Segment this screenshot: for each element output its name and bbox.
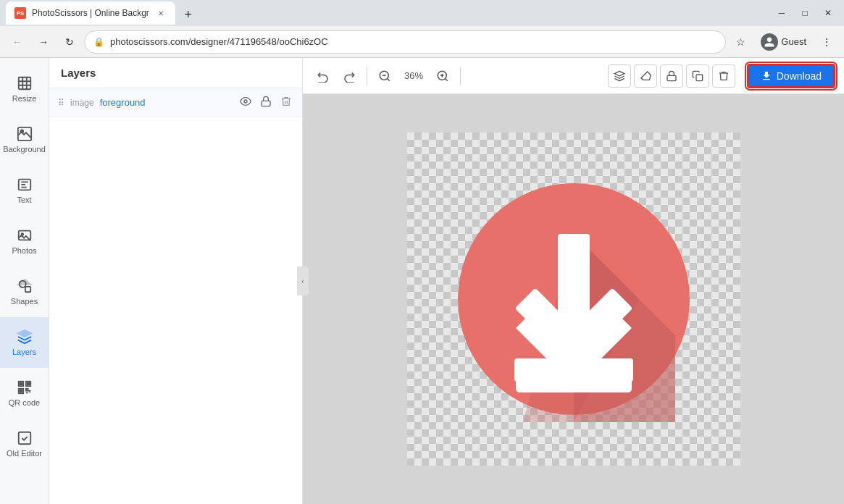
old-editor-icon [17,430,33,446]
browser-tab-active[interactable]: PS PhotoScissors | Online Backgr ✕ [6,1,175,25]
close-button[interactable]: ✕ [818,3,838,23]
zoom-in-button[interactable] [431,64,454,88]
text-icon [17,177,33,193]
canvas-image [407,133,740,466]
sidebar-icons: Resize Background Text [0,58,49,504]
svg-rect-15 [18,432,30,445]
toolbar-divider-2 [460,67,461,85]
sidebar-label-layers: Layers [12,348,36,356]
delete-layer-button[interactable] [712,64,735,88]
sidebar-label-photos: Photos [12,246,36,255]
resize-icon [17,75,33,91]
profile-button[interactable]: Guest [755,30,812,54]
eraser-button[interactable] [634,64,657,88]
photos-icon [17,227,33,243]
canvas-checkerboard [407,133,740,466]
sidebar-label-resize: Resize [12,94,37,103]
redo-button[interactable] [338,64,361,88]
layer-delete-button[interactable] [279,94,293,111]
zoom-out-button[interactable] [373,64,396,88]
duplicate-button[interactable] [686,64,709,88]
zoom-level: 36% [399,70,428,81]
layers-panel: Layers ⠿ image foreground [49,58,303,504]
download-button[interactable]: Download [747,64,835,88]
svg-rect-36 [516,368,632,392]
tab-close-button[interactable]: ✕ [155,7,167,19]
profile-name: Guest [781,36,806,47]
reload-button[interactable]: ↻ [58,30,81,54]
download-label: Download [777,70,822,82]
layer-type: image [70,98,94,108]
layer-visibility-button[interactable] [238,94,253,111]
tabs-bar: PS PhotoScissors | Online Backgr ✕ + [6,1,386,25]
canvas-toolbar: 36% [303,58,844,94]
layers-stack-button[interactable] [608,64,631,88]
back-button[interactable]: ← [6,30,29,54]
svg-point-16 [244,100,247,103]
toolbar-divider-1 [367,67,367,85]
canvas-graphic [451,176,697,422]
qrcode-icon [17,379,33,395]
toolbar-right-btns [608,64,735,88]
browser-actions: ☆ Guest ⋮ [729,30,838,54]
svg-rect-25 [667,75,676,80]
menu-button[interactable]: ⋮ [815,30,838,54]
layers-panel-title: Layers [49,58,302,88]
layer-lock-button[interactable] [259,94,273,111]
bookmark-button[interactable]: ☆ [729,30,752,54]
canvas-area: 36% [303,58,844,504]
sidebar-item-layers[interactable]: Layers [0,317,49,368]
sidebar-label-shapes: Shapes [11,297,38,306]
canvas-content [303,94,844,504]
svg-rect-7 [25,287,30,292]
svg-rect-14 [20,390,22,392]
tab-title: PhotoScissors | Online Backgr [32,8,149,18]
svg-rect-0 [18,77,30,90]
new-tab-button[interactable]: + [178,4,199,25]
download-icon [761,70,772,82]
svg-rect-17 [262,101,270,106]
sidebar-label-old-editor: Old Editor [7,449,42,458]
sidebar-item-resize[interactable]: Resize [0,64,49,114]
address-text: photoscissors.com/designer/471196548/ooC… [110,36,716,47]
sidebar-item-background[interactable]: Background [0,114,49,165]
lock-icon: 🔒 [93,37,104,47]
panel-collapse-handle[interactable]: ‹ [297,266,309,295]
sidebar-item-text[interactable]: Text [0,165,49,216]
svg-rect-12 [20,383,22,385]
background-icon [17,126,33,142]
layers-panel-wrapper: Layers ⠿ image foreground [49,58,303,504]
svg-rect-13 [27,383,29,385]
lock-button[interactable] [660,64,683,88]
drag-handle-icon: ⠿ [58,98,64,108]
svg-line-19 [387,78,389,80]
minimize-button[interactable]: ─ [772,3,792,23]
sidebar-label-text: Text [17,196,31,204]
sidebar-label-background: Background [3,145,46,154]
layers-icon [17,329,33,345]
browser-titlebar: PS PhotoScissors | Online Backgr ✕ + ─ □… [0,0,844,26]
address-bar[interactable]: 🔒 photoscissors.com/designer/471196548/o… [84,30,726,54]
undo-button[interactable] [312,64,335,88]
svg-line-22 [445,78,447,80]
tab-favicon: PS [14,7,26,19]
svg-rect-26 [696,75,703,81]
layer-actions [238,94,293,111]
sidebar-item-old-editor[interactable]: Old Editor [0,419,49,469]
shapes-icon [17,278,33,294]
sidebar-item-qrcode[interactable]: QR code [0,368,49,419]
layer-name: foreground [100,97,233,108]
forward-button[interactable]: → [32,30,55,54]
profile-icon [761,33,778,51]
sidebar-label-qrcode: QR code [9,398,40,407]
sidebar-item-photos[interactable]: Photos [0,216,49,266]
layer-item-foreground[interactable]: ⠿ image foreground [49,88,302,117]
browser-toolbar: ← → ↻ 🔒 photoscissors.com/designer/47119… [0,26,844,58]
app-container: Resize Background Text [0,58,844,504]
sidebar-item-shapes[interactable]: Shapes [0,266,49,317]
maximize-button[interactable]: □ [795,3,815,23]
